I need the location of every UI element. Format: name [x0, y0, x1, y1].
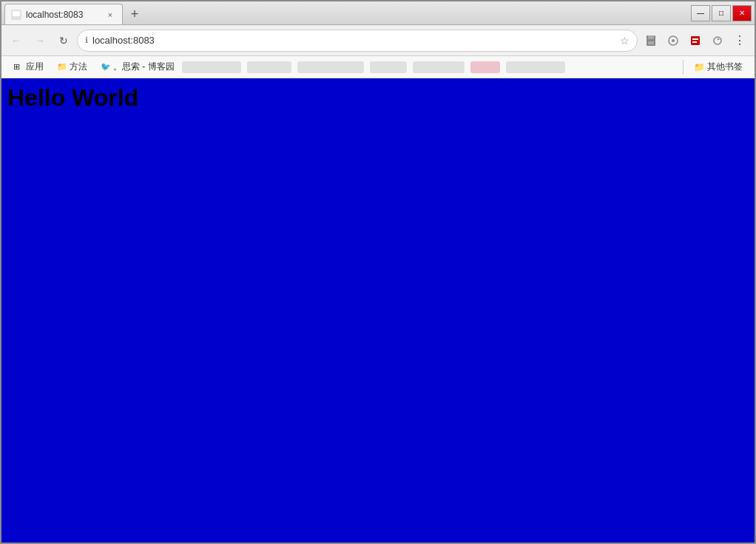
forward-button[interactable]: →: [30, 30, 50, 51]
back-icon: ←: [11, 35, 21, 47]
blurred-bookmark-7: [506, 61, 565, 73]
blurred-bookmark-4: [370, 61, 407, 73]
window-controls: — □ ✕: [691, 5, 752, 21]
blurred-bookmark-5: [413, 61, 465, 73]
svg-rect-1: [13, 11, 20, 16]
bird-icon: 🐦: [101, 62, 111, 72]
active-tab[interactable]: localhost:8083 ×: [4, 4, 123, 24]
svg-rect-3: [648, 35, 654, 39]
page-heading: Hello World: [7, 84, 749, 112]
tab-area: localhost:8083 × +: [4, 1, 685, 24]
save-icon-button[interactable]: [641, 30, 661, 51]
apps-label: 应用: [26, 61, 44, 73]
methods-label: 方法: [70, 61, 87, 73]
tab-title: localhost:8083: [26, 10, 100, 20]
svg-point-6: [672, 39, 675, 42]
new-tab-button[interactable]: +: [124, 4, 145, 24]
other-bookmarks[interactable]: 📁 其他书签: [688, 58, 749, 75]
tab-favicon: [11, 10, 21, 20]
blurred-bookmark-6: [470, 61, 500, 73]
reload-icon: ↻: [59, 35, 68, 47]
svg-rect-7: [691, 36, 700, 45]
more-menu-button[interactable]: ⋮: [729, 30, 750, 51]
svg-rect-9: [692, 41, 697, 43]
blog-label: 。思索 - 博客园: [113, 61, 175, 73]
back-button[interactable]: ←: [6, 30, 27, 51]
bookmarks-methods[interactable]: 📁 方法: [51, 58, 93, 75]
address-input[interactable]: [92, 35, 615, 46]
browser-window: localhost:8083 × + — □ ✕ ← → ↻ ℹ ☆: [0, 0, 756, 544]
blurred-bookmark-1: [182, 61, 241, 73]
blurred-bookmarks: [182, 61, 678, 73]
close-window-button[interactable]: ✕: [732, 5, 752, 21]
page-content: Hello World: [1, 78, 755, 543]
navigation-bar: ← → ↻ ℹ ☆ ⋮: [1, 25, 755, 56]
address-bar-wrapper: ℹ ☆: [77, 30, 638, 52]
toolbar-icons: ⋮: [641, 30, 750, 51]
bookmark-star-icon[interactable]: ☆: [620, 35, 630, 47]
title-bar: localhost:8083 × + — □ ✕: [1, 1, 755, 25]
forward-icon: →: [35, 35, 45, 47]
bookmark-separator: [683, 60, 684, 75]
extensions-icon-button[interactable]: [663, 30, 684, 51]
blurred-bookmark-2: [247, 61, 291, 73]
tab-close-button[interactable]: ×: [104, 9, 116, 21]
svg-rect-4: [648, 41, 654, 44]
bookmarks-bar: ⊞ 应用 📁 方法 🐦 。思索 - 博客园 📁 其他书签: [1, 56, 755, 78]
more-icon: ⋮: [734, 33, 746, 47]
bookmarks-manager-icon-button[interactable]: [685, 30, 706, 51]
bookmarks-blog[interactable]: 🐦 。思索 - 博客园: [95, 58, 180, 75]
blurred-bookmark-3: [297, 61, 364, 73]
bookmarks-apps[interactable]: ⊞ 应用: [7, 58, 50, 75]
maximize-button[interactable]: □: [712, 5, 731, 21]
reload-button[interactable]: ↻: [53, 30, 74, 51]
folder-icon: 📁: [57, 62, 67, 72]
other-bookmarks-icon: 📁: [694, 62, 705, 72]
other-bookmarks-label: 其他书签: [707, 61, 743, 73]
refresh-button[interactable]: [707, 30, 728, 51]
apps-icon: ⊞: [13, 62, 24, 72]
security-icon: ℹ: [85, 35, 88, 45]
minimize-button[interactable]: —: [691, 5, 710, 21]
svg-rect-8: [692, 38, 698, 40]
